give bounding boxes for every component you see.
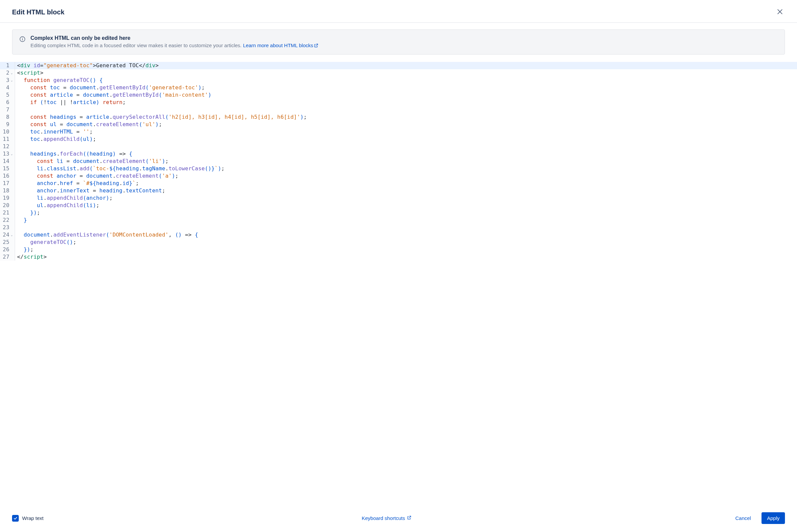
line-number: 3⌄ bbox=[0, 77, 15, 84]
code-line[interactable]: anchor.href = `#${heading.id}`; bbox=[15, 180, 797, 187]
line-number: 2⌄ bbox=[0, 69, 15, 77]
modal-title: Edit HTML block bbox=[12, 8, 775, 16]
code-line[interactable]: <script> bbox=[15, 69, 797, 77]
line-number: 18 bbox=[0, 187, 15, 194]
code-line[interactable]: headings.forEach((heading) => { bbox=[15, 150, 797, 157]
line-number: 1 bbox=[0, 62, 15, 69]
code-line[interactable]: const anchor = document.createElement('a… bbox=[15, 172, 797, 180]
fold-toggle-icon[interactable]: ⌄ bbox=[10, 150, 13, 157]
close-button[interactable] bbox=[775, 7, 785, 18]
code-area[interactable]: <div id="generated-toc">Generated TOC</d… bbox=[15, 62, 797, 261]
code-line[interactable]: if (!toc || !article) return; bbox=[15, 99, 797, 106]
line-number: 12 bbox=[0, 143, 15, 150]
code-line[interactable]: toc.innerHTML = ''; bbox=[15, 128, 797, 135]
line-number: 21 bbox=[0, 209, 15, 216]
line-number: 24⌄ bbox=[0, 231, 15, 239]
line-number: 19 bbox=[0, 194, 15, 202]
code-line[interactable]: } bbox=[15, 216, 797, 224]
info-title: Complex HTML can only be edited here bbox=[31, 35, 319, 41]
external-link-icon bbox=[407, 515, 412, 521]
cancel-button[interactable]: Cancel bbox=[730, 512, 757, 524]
keyboard-shortcuts-link[interactable]: Keyboard shortcuts bbox=[362, 515, 412, 521]
code-line[interactable]: ul.appendChild(li); bbox=[15, 202, 797, 209]
line-number: 17 bbox=[0, 180, 15, 187]
wrap-text-checkbox[interactable]: Wrap text bbox=[12, 515, 43, 521]
code-line[interactable]: const toc = document.getElementById('gen… bbox=[15, 84, 797, 91]
wrap-text-label: Wrap text bbox=[22, 515, 43, 521]
code-line[interactable]: generateTOC(); bbox=[15, 239, 797, 246]
code-line[interactable]: </script> bbox=[15, 253, 797, 261]
line-number: 22 bbox=[0, 216, 15, 224]
fold-toggle-icon[interactable]: ⌄ bbox=[10, 69, 13, 77]
line-number: 8 bbox=[0, 113, 15, 121]
external-link-icon bbox=[314, 43, 319, 49]
line-number: 15 bbox=[0, 165, 15, 172]
info-description: Editing complex HTML code in a focused e… bbox=[31, 42, 319, 49]
modal-footer: Wrap text Keyboard shortcuts Cancel Appl… bbox=[0, 506, 797, 532]
line-number: 23 bbox=[0, 224, 15, 231]
code-line[interactable] bbox=[15, 143, 797, 150]
code-line[interactable]: const article = document.getElementById(… bbox=[15, 91, 797, 99]
info-content: Complex HTML can only be edited here Edi… bbox=[31, 35, 319, 49]
code-line[interactable] bbox=[15, 224, 797, 231]
code-editor[interactable]: 12⌄3⌄45678910111213⌄14151617181920212223… bbox=[0, 62, 797, 506]
info-icon bbox=[19, 36, 26, 49]
close-icon bbox=[776, 8, 784, 16]
line-number-gutter: 12⌄3⌄45678910111213⌄14151617181920212223… bbox=[0, 62, 15, 261]
modal-header: Edit HTML block bbox=[0, 0, 797, 23]
code-line[interactable]: const li = document.createElement('li'); bbox=[15, 157, 797, 165]
code-line[interactable]: <div id="generated-toc">Generated TOC</d… bbox=[15, 62, 797, 69]
code-line[interactable] bbox=[15, 106, 797, 113]
line-number: 27 bbox=[0, 253, 15, 261]
code-line[interactable]: }); bbox=[15, 246, 797, 253]
code-line[interactable]: toc.appendChild(ul); bbox=[15, 135, 797, 143]
learn-more-link[interactable]: Learn more about HTML blocks bbox=[243, 42, 319, 48]
code-line[interactable]: li.appendChild(anchor); bbox=[15, 194, 797, 202]
line-number: 16 bbox=[0, 172, 15, 180]
line-number: 6 bbox=[0, 99, 15, 106]
edit-html-modal: Edit HTML block Complex HTML can only be… bbox=[0, 0, 797, 532]
line-number: 25 bbox=[0, 239, 15, 246]
code-line[interactable]: function generateTOC() { bbox=[15, 77, 797, 84]
fold-toggle-icon[interactable]: ⌄ bbox=[10, 231, 13, 239]
svg-point-4 bbox=[22, 38, 23, 38]
line-number: 13⌄ bbox=[0, 150, 15, 157]
line-number: 10 bbox=[0, 128, 15, 135]
line-number: 11 bbox=[0, 135, 15, 143]
line-number: 4 bbox=[0, 84, 15, 91]
line-number: 7 bbox=[0, 106, 15, 113]
line-number: 9 bbox=[0, 121, 15, 128]
line-number: 26 bbox=[0, 246, 15, 253]
code-line[interactable]: li.classList.add(`toc-${heading.tagName.… bbox=[15, 165, 797, 172]
apply-button[interactable]: Apply bbox=[761, 512, 785, 524]
code-line[interactable]: const headings = article.querySelectorAl… bbox=[15, 113, 797, 121]
code-line[interactable]: document.addEventListener('DOMContentLoa… bbox=[15, 231, 797, 239]
line-number: 5 bbox=[0, 91, 15, 99]
line-number: 20 bbox=[0, 202, 15, 209]
code-line[interactable]: const ul = document.createElement('ul'); bbox=[15, 121, 797, 128]
fold-toggle-icon[interactable]: ⌄ bbox=[10, 77, 13, 84]
checkbox-checked-icon bbox=[12, 515, 19, 521]
line-number: 14 bbox=[0, 157, 15, 165]
info-banner: Complex HTML can only be edited here Edi… bbox=[12, 30, 785, 55]
code-line[interactable]: }); bbox=[15, 209, 797, 216]
code-line[interactable]: anchor.innerText = heading.textContent; bbox=[15, 187, 797, 194]
